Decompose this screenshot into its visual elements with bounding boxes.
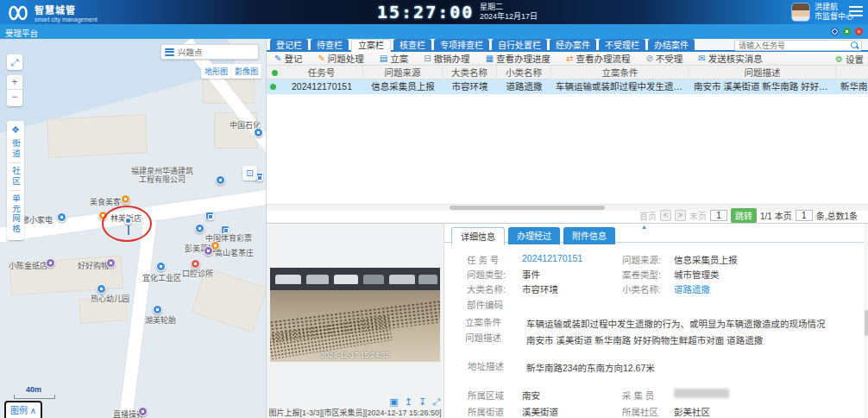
minor-category-link[interactable]: 道路遗撒 [674, 282, 710, 295]
col-major[interactable]: 大类名称 [443, 66, 497, 79]
tab-register[interactable]: 登记栏 [270, 39, 308, 52]
image-icon[interactable]: ▣ [389, 396, 398, 407]
tab-pending-check[interactable]: 待查栏 [311, 39, 349, 52]
field-label: 问题来源: [622, 253, 661, 266]
first-page-button[interactable]: 首页 [639, 209, 657, 222]
terrain-map-button[interactable]: 地形图 [201, 64, 231, 79]
map-extent-button[interactable]: ⤢ [7, 54, 22, 70]
circle-blue-icon[interactable] [831, 28, 839, 35]
map-monitor-button[interactable]: ⊡ [242, 166, 257, 180]
layer-street-button[interactable]: 街道 [9, 136, 22, 162]
map-poi-label[interactable]: 好好购物 [78, 260, 109, 271]
upload-icon[interactable]: ↥ [405, 396, 412, 407]
circle-green-icon[interactable] [843, 28, 851, 35]
map-search-box[interactable] [160, 44, 259, 60]
map-poi-label[interactable]: 宜化工业区 [142, 272, 181, 283]
zoom-out-button[interactable]: − [7, 90, 22, 104]
tab-verify[interactable]: 核查栏 [393, 39, 431, 52]
task-search-box[interactable] [734, 40, 862, 51]
cell-source: 信息采集员上报 [363, 79, 443, 94]
tab-self-handle[interactable]: 自行处置栏 [492, 39, 547, 52]
last-page-button[interactable]: 末页 [689, 209, 707, 222]
col-task-no[interactable]: 任务号 [280, 66, 363, 79]
task-number-link[interactable]: 202412170151 [522, 253, 582, 263]
circle-red-icon[interactable]: × [855, 28, 863, 35]
map-poi-icon[interactable] [138, 407, 148, 416]
map-poi-icon[interactable] [216, 175, 225, 185]
map-poi-label[interactable]: 美食美客 [90, 196, 121, 207]
map-poi-label[interactable]: 小陈金纸店 [9, 260, 47, 271]
table-row[interactable]: 202412170151 信息采集员上报 市容环境 道路遗撒 车辆运输或装卸过程… [267, 79, 868, 94]
satellite-map-button[interactable]: 影像图 [231, 64, 261, 79]
next-page-button[interactable]: > [675, 210, 686, 221]
poi-menu-icon[interactable] [165, 47, 174, 57]
page-size-input[interactable] [796, 210, 813, 221]
map-poi-label[interactable]: 高山茗茶庄 [215, 247, 254, 258]
cancel-handling-button[interactable]: ⊟撤销办理 [416, 52, 477, 65]
case-location-pin[interactable] [124, 217, 132, 225]
col-source[interactable]: 问题来源 [363, 66, 443, 79]
page-number-input[interactable] [710, 210, 727, 221]
map-poi-icon[interactable] [153, 305, 162, 314]
view-progress-button[interactable]: ▦查看办理进度 [478, 52, 558, 65]
file-icon: ▤ [380, 54, 387, 63]
register-button[interactable]: ✎登记 [267, 52, 310, 65]
tab-my-cases[interactable]: 经办案件 [550, 39, 596, 52]
view-flow-button[interactable]: ⇄查看办理流程 [558, 52, 638, 65]
search-icon[interactable] [850, 41, 859, 50]
bus-stop-icon[interactable] [205, 212, 214, 220]
collapse-arrow-icon[interactable]: ▲ [641, 224, 647, 230]
map-poi-label[interactable]: 热心幼儿园 [91, 293, 129, 304]
handle-problem-button[interactable]: ✎问题处理 [310, 52, 371, 65]
fullscreen-icon[interactable]: ⤢ [432, 396, 440, 407]
map-poi-label[interactable]: 福建泉州华通建筑 工程有限公司 [131, 167, 193, 184]
file-case-button[interactable]: ▤立案 [372, 52, 416, 65]
layer-community-button[interactable]: 社区 [9, 163, 22, 190]
map-poi-icon[interactable] [156, 262, 166, 271]
tab-closed[interactable]: 办结案件 [648, 39, 695, 52]
poi-search-input[interactable] [178, 48, 247, 57]
scrollbar-thumb[interactable] [865, 310, 868, 336]
map-zoom-control[interactable]: + − [7, 75, 22, 106]
zoom-in-button[interactable]: + [7, 75, 22, 90]
map-poi-icon[interactable] [195, 224, 204, 233]
field-value: 新华南路234的东南方向12.67米 [526, 361, 655, 374]
vertical-scrollbar[interactable] [864, 224, 868, 418]
layer-grid-button[interactable]: 单元网格 [9, 191, 22, 238]
user-info[interactable]: 洪建航 市监督中心 [815, 3, 853, 22]
send-verify-message-button[interactable]: ✉发送核实消息 [690, 52, 770, 65]
scrollbar-thumb[interactable] [450, 206, 605, 210]
tab-special-check[interactable]: 专项排查栏 [434, 39, 489, 52]
col-description[interactable]: 问题描述 [689, 66, 836, 79]
map-poi-icon[interactable] [106, 258, 116, 268]
user-name: 洪建航 [815, 3, 853, 12]
settings-button[interactable]: ⚙设置 [835, 52, 864, 66]
map-poi-icon[interactable] [121, 194, 130, 204]
tab-detail-info[interactable]: 详细信息 [451, 227, 505, 245]
map-poi-icon[interactable] [204, 246, 213, 256]
map-poi-icon[interactable] [254, 128, 263, 137]
map-poi-icon[interactable] [57, 212, 66, 222]
tab-process-history[interactable]: 办理经过 [508, 227, 560, 244]
download-icon[interactable]: ↧ [418, 396, 426, 407]
case-photo[interactable]: 2024-12-17 15:24:32 [270, 268, 440, 362]
tab-filing[interactable]: 立案栏 [351, 39, 391, 52]
map-poi-icon[interactable] [46, 258, 55, 268]
map-panel[interactable]: 中国石化 福建泉州华通建筑 工程有限公司 美食美客 维修小家电 林美饭店 中国体… [0, 39, 266, 418]
field-value: 车辆运输或装卸过程中发生遗撒的行为、或明显为车辆遗撒造成的现场情况 [526, 317, 826, 330]
tab-attachments[interactable]: 附件信息 [563, 227, 615, 244]
jump-button[interactable]: 跳转 [731, 208, 757, 223]
legend-button[interactable]: 图例 ∧ [4, 401, 42, 418]
map-poi-label[interactable]: 口腔诊所 [182, 268, 213, 279]
col-condition[interactable]: 立案条件 [551, 66, 689, 79]
map-poi-label[interactable]: 湖美轮胎 [145, 314, 176, 326]
prev-page-button[interactable]: < [660, 210, 671, 221]
tab-rejected[interactable]: 不受理栏 [599, 39, 645, 52]
layers-icon[interactable]: ❖ [11, 124, 20, 136]
reject-button[interactable]: ⊘不受理 [638, 52, 690, 65]
pagination: 首页 < > 末页 跳转 1/1 本页 条,总数1条 [639, 209, 858, 222]
hamburger-menu-icon[interactable] [849, 6, 863, 19]
col-minor[interactable]: 小类名称 [497, 66, 551, 79]
user-avatar[interactable] [791, 3, 810, 22]
task-search-input[interactable] [735, 41, 850, 50]
